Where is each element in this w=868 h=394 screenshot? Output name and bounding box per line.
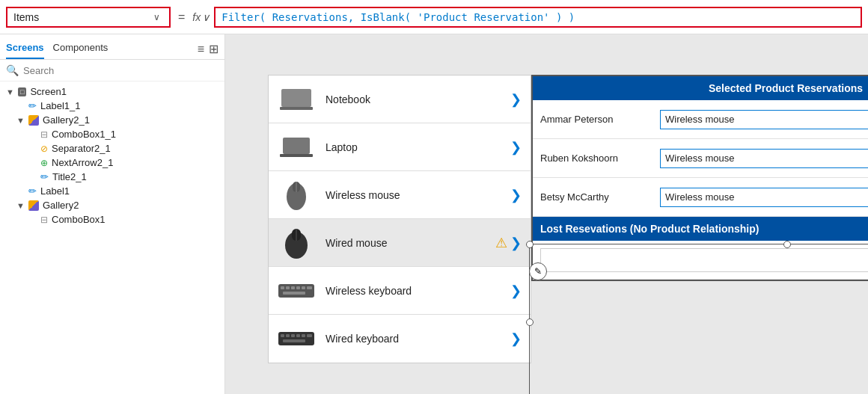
svg-rect-19 <box>281 334 284 337</box>
gallery-name-laptop: Laptop <box>326 141 510 153</box>
tab-screens[interactable]: Screens <box>6 39 44 59</box>
lost-header: Lost Resevations (No Product Relationshi… <box>533 217 868 241</box>
fx-button[interactable]: fx ∨ <box>192 11 210 23</box>
svg-rect-21 <box>291 334 295 337</box>
gallery-name-wireless_keyboard: Wireless keyboard <box>326 285 510 297</box>
search-input[interactable] <box>23 65 218 76</box>
reservation-header: Selected Product Reservations <box>533 76 868 100</box>
gallery-row-notebook[interactable]: Notebook ❯ <box>269 76 531 123</box>
gallery-img-wired_mouse <box>278 227 315 259</box>
tree-label-gallery2: Gallery2 <box>43 200 79 211</box>
fx-dropdown-arrow[interactable]: ∨ <box>202 11 210 23</box>
svg-rect-17 <box>283 292 305 295</box>
chevron-gallery2_1: ▼ <box>16 116 25 125</box>
tree-item-gallery2_1[interactable]: ▼Gallery2_1 <box>0 113 224 127</box>
tabs-row: Screens Components ≡ ⊞ <box>0 34 224 60</box>
tree: ▼□Screen1✏Label1_1▼Gallery2_1⊟ComboBox1_… <box>0 81 224 394</box>
gallery-img-wireless_keyboard <box>278 274 315 307</box>
tree-item-combobox1_1[interactable]: ⊟ComboBox1_1 <box>0 127 224 141</box>
formula-name-text: Items <box>13 11 150 23</box>
gallery-arrow-wireless_mouse[interactable]: ❯ <box>510 187 522 203</box>
gallery-img-wired_keyboard <box>278 322 315 355</box>
svg-rect-0 <box>281 89 311 107</box>
tree-item-label1_1[interactable]: ✏Label1_1 <box>0 99 224 113</box>
tree-label-gallery2_1: Gallery2_1 <box>43 114 90 126</box>
gallery-img-wireless_mouse <box>278 179 315 212</box>
formula-name-dropdown[interactable]: ∨ <box>150 12 163 22</box>
warning-icon-wired_mouse: ⚠ <box>495 235 507 251</box>
gallery-row-wireless_keyboard[interactable]: Wireless keyboard ❯ <box>269 267 531 315</box>
svg-rect-23 <box>302 334 305 337</box>
canvas-area: Notebook ❯ Laptop ❯ Wireless mouse ❯ Wir… <box>225 34 868 394</box>
tree-item-separator2_1[interactable]: ⊘Separator2_1 <box>0 141 224 156</box>
reservation-row-0: Ammar Peterson Wireless mouse ∨ ❯ <box>533 100 868 139</box>
gallery-row-wireless_mouse[interactable]: Wireless mouse ❯ <box>269 171 531 219</box>
tree-label-separator2_1: Separator2_1 <box>52 143 111 154</box>
svg-rect-18 <box>278 332 314 345</box>
res-dropdown-value-0: Wireless mouse <box>665 114 868 125</box>
tree-item-nextarrow2_1[interactable]: ⊕NextArrow2_1 <box>0 156 224 170</box>
top-bar: Items ∨ = fx ∨ Filter( Reservations, IsB… <box>0 0 868 34</box>
edit-icon[interactable]: ✎ <box>529 262 547 280</box>
gallery-name-wired_mouse: Wired mouse <box>326 237 495 249</box>
svg-rect-25 <box>283 339 305 342</box>
search-box: 🔍 <box>0 60 224 81</box>
gallery-img-notebook <box>278 83 315 116</box>
grid-view-icon[interactable]: ⊞ <box>209 42 218 56</box>
res-dropdown-value-2: Wireless mouse <box>665 191 868 203</box>
gallery-arrow-wired_keyboard[interactable]: ❯ <box>510 330 522 347</box>
tree-label-label1_1: Label1_1 <box>40 100 81 111</box>
res-dropdown-value-1: Wireless mouse <box>665 153 868 164</box>
svg-rect-1 <box>280 107 313 110</box>
tree-label-title2_1: Title2_1 <box>52 171 87 182</box>
gallery-name-notebook: Notebook <box>326 93 510 105</box>
svg-rect-15 <box>302 286 305 289</box>
tree-item-combobox1[interactable]: ⊟ComboBox1 <box>0 212 224 227</box>
svg-rect-11 <box>281 286 284 289</box>
formula-name-box[interactable]: Items ∨ <box>6 7 171 28</box>
gallery-img-laptop <box>278 131 315 164</box>
gallery-row-wired_mouse[interactable]: Wired mouse ⚠ ❯ <box>269 219 531 267</box>
svg-rect-12 <box>286 286 290 289</box>
res-name-2: Betsy McCarthy <box>540 191 660 203</box>
svg-rect-13 <box>291 286 295 289</box>
gallery-arrow-wireless_keyboard[interactable]: ❯ <box>510 283 522 299</box>
res-dropdown-2[interactable]: Wireless mouse ∨ <box>660 188 868 207</box>
gallery-row-wired_keyboard[interactable]: Wired keyboard ❯ <box>269 315 531 363</box>
lost-body: ∨ ❯ <box>533 241 868 280</box>
gallery-name-wired_keyboard: Wired keyboard <box>326 333 510 345</box>
svg-rect-2 <box>283 138 310 154</box>
svg-rect-3 <box>280 154 313 157</box>
left-panel: Screens Components ≡ ⊞ 🔍 ▼□Screen1✏Label… <box>0 34 225 394</box>
res-name-0: Ammar Peterson <box>540 114 660 125</box>
gallery-panel: Notebook ❯ Laptop ❯ Wireless mouse ❯ Wir… <box>268 75 531 363</box>
tree-item-title2_1[interactable]: ✏Title2_1 <box>0 170 224 184</box>
list-view-icon[interactable]: ≡ <box>198 42 204 56</box>
tree-item-gallery2[interactable]: ▼Gallery2 <box>0 198 224 212</box>
equals-sign: = <box>178 10 185 24</box>
tree-item-screen1[interactable]: ▼□Screen1 <box>0 84 224 99</box>
res-name-1: Ruben Kokshoorn <box>540 153 660 164</box>
fx-label: fx <box>192 11 201 23</box>
gallery-arrow-laptop[interactable]: ❯ <box>510 139 522 156</box>
reservation-row-2: Betsy McCarthy Wireless mouse ∨ ❯ <box>533 178 868 217</box>
reservation-row-1: Ruben Kokshoorn Wireless mouse ∨ ❯ <box>533 139 868 178</box>
gallery-row-laptop[interactable]: Laptop ❯ <box>269 123 531 171</box>
svg-rect-22 <box>296 334 300 337</box>
svg-rect-10 <box>278 284 314 298</box>
reservation-panel: Selected Product Reservations Ammar Pete… <box>531 75 868 281</box>
gallery-arrow-wired_mouse[interactable]: ❯ <box>510 235 522 251</box>
chevron-gallery2: ▼ <box>16 201 25 210</box>
res-dropdown-0[interactable]: Wireless mouse ∨ <box>660 110 868 129</box>
tab-components[interactable]: Components <box>53 39 109 59</box>
lost-dropdown[interactable]: ∨ <box>540 248 868 272</box>
chevron-screen1: ▼ <box>6 87 15 96</box>
gallery-arrow-notebook[interactable]: ❯ <box>510 91 522 108</box>
gallery-name-wireless_mouse: Wireless mouse <box>326 189 510 201</box>
tree-label-label1: Label1 <box>40 185 70 197</box>
res-dropdown-1[interactable]: Wireless mouse ∨ <box>660 149 868 168</box>
formula-bar[interactable]: Filter( Reservations, IsBlank( 'Product … <box>214 7 862 28</box>
tree-label-nextarrow2_1: NextArrow2_1 <box>52 157 113 168</box>
svg-rect-16 <box>307 286 312 289</box>
tree-item-label1[interactable]: ✏Label1 <box>0 184 224 198</box>
